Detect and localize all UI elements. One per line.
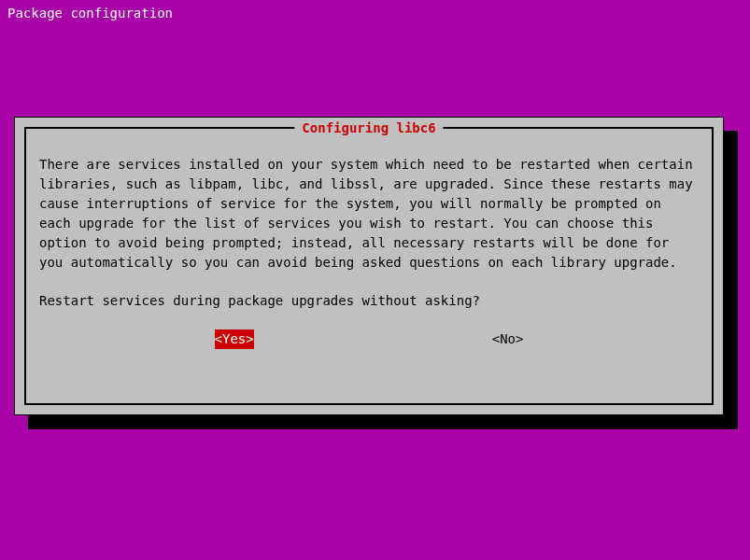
- dialog-title: Configuring libc6: [294, 119, 443, 138]
- dialog-body-text: There are services installed on your sys…: [39, 155, 699, 273]
- header-title: Package configuration: [7, 6, 173, 21]
- header-bar: Package configuration: [0, 0, 750, 27]
- yes-button[interactable]: <Yes>: [215, 329, 254, 349]
- button-row: <Yes> <No>: [39, 329, 699, 349]
- config-dialog: Configuring libc6 There are services ins…: [14, 117, 724, 415]
- no-button[interactable]: <No>: [492, 329, 524, 349]
- dialog-frame: Configuring libc6 There are services ins…: [24, 127, 714, 405]
- dialog-content: There are services installed on your sys…: [26, 129, 712, 362]
- dialog-question: Restart services during package upgrades…: [39, 291, 699, 311]
